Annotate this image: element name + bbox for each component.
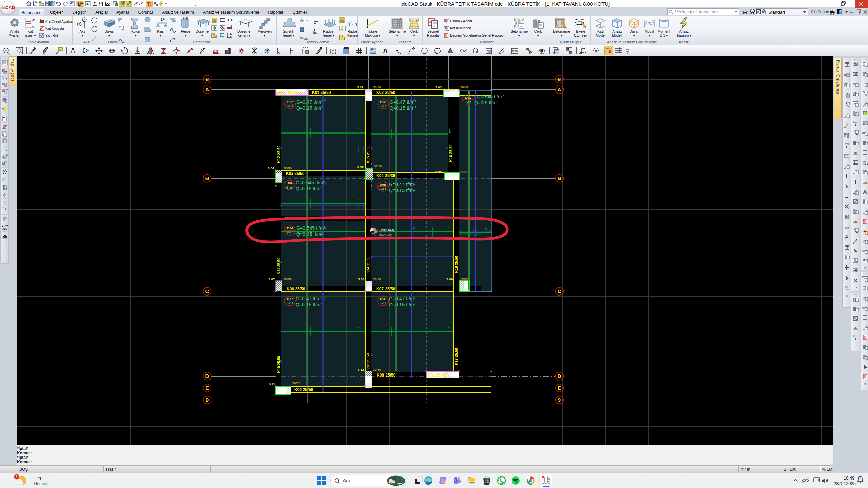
- svg-text:D02: D02: [287, 100, 293, 104]
- svg-text:K07 25/50: K07 25/50: [376, 287, 395, 291]
- svg-text:S 07: S 07: [268, 277, 275, 281]
- svg-text:A: A: [86, 2, 89, 6]
- svg-text:D: D: [205, 373, 209, 379]
- svg-text:A: A: [383, 48, 388, 55]
- svg-text:1: 1: [358, 127, 360, 133]
- svg-text:K08 25/50: K08 25/50: [377, 373, 396, 378]
- svg-text:2: 2: [476, 92, 479, 97]
- svg-text:?: ?: [2, 107, 4, 111]
- svg-text:D03: D03: [380, 100, 386, 104]
- svg-text:K18 25,50: K18 25,50: [454, 256, 458, 273]
- svg-text:D06: D06: [287, 226, 293, 230]
- svg-text:S 06: S 06: [435, 170, 442, 174]
- svg-text:?: ?: [839, 10, 841, 14]
- svg-text:D07: D07: [287, 297, 293, 301]
- svg-text:30/50: 30/50: [461, 277, 469, 281]
- svg-text:S 03: S 03: [435, 85, 442, 89]
- svg-text:E: E: [205, 385, 209, 391]
- svg-text:2: 2: [324, 297, 327, 301]
- svg-text:2: 2: [413, 225, 415, 230]
- svg-text:G=0.545 tf/m²: G=0.545 tf/m²: [474, 94, 504, 99]
- svg-text:D08: D08: [380, 297, 386, 301]
- svg-text:d=12: d=12: [380, 302, 387, 305]
- svg-text:1: 1: [448, 128, 451, 134]
- svg-text:N: N: [163, 17, 165, 21]
- svg-text:K04 25/36: K04 25/36: [376, 173, 395, 178]
- svg-text:K12 25,50: K12 25,50: [277, 146, 281, 163]
- svg-text:AUTO: AUTO: [2, 225, 8, 227]
- svg-text:2: 2: [324, 97, 327, 102]
- svg-text:30/50: 30/50: [283, 166, 292, 170]
- svg-text:2: 2: [324, 183, 327, 187]
- svg-text:1: 1: [79, 23, 80, 26]
- svg-text:S 08: S 08: [358, 277, 364, 281]
- svg-text:m²: m²: [487, 49, 491, 53]
- svg-text:K13 25,50: K13 25,50: [366, 353, 370, 371]
- svg-text:B: B: [205, 175, 209, 181]
- svg-text:Q=0.15 tf/m²: Q=0.15 tf/m²: [389, 302, 416, 307]
- svg-text:K10 25,50: K10 25,50: [277, 356, 281, 373]
- svg-text:B: B: [558, 175, 561, 181]
- svg-text:D01: D01: [465, 96, 471, 99]
- svg-text:G=0.47 tf/m²: G=0.47 tf/m²: [389, 296, 416, 301]
- svg-text:6: 6: [16, 475, 18, 479]
- svg-text:Q=0.15 tf/m²: Q=0.15 tf/m²: [296, 105, 323, 111]
- svg-text:RM(1 KAT): RM(1 KAT): [379, 233, 392, 237]
- svg-text:KM(1 KAT): KM(1 KAT): [381, 229, 394, 232]
- svg-text:D04: D04: [287, 181, 293, 185]
- svg-text:T: T: [455, 478, 457, 481]
- svg-text:P01 150/25: P01 150/25: [428, 373, 449, 378]
- svg-text:S 11: S 11: [269, 382, 275, 386]
- svg-text:S 05: S 05: [357, 165, 364, 168]
- svg-text:S 04: S 04: [267, 166, 274, 170]
- svg-text:Q=0.5 tf/m²: Q=0.5 tf/m²: [474, 100, 498, 105]
- svg-text:1: 1: [485, 227, 487, 232]
- svg-text:d=15: d=15: [287, 231, 293, 235]
- svg-text:S: S: [156, 3, 158, 7]
- svg-text:8: 8: [206, 76, 209, 82]
- svg-text:9: 9: [206, 397, 209, 403]
- svg-text:G=0.47 tf/m²: G=0.47 tf/m²: [389, 182, 416, 187]
- svg-text:G=0.545 tf/m²: G=0.545 tf/m²: [296, 225, 326, 231]
- svg-text:mm²: mm²: [512, 49, 518, 53]
- svg-text:A: A: [558, 87, 561, 93]
- svg-text:S 02: S 02: [357, 85, 363, 89]
- svg-text:1: 1: [448, 326, 450, 331]
- svg-text:K01 25/50: K01 25/50: [312, 90, 331, 95]
- svg-text:2: 2: [324, 225, 327, 230]
- svg-text:30/80: 30/80: [373, 368, 381, 371]
- svg-text:K14 25,50: K14 25,50: [366, 257, 370, 274]
- svg-text:D05: D05: [380, 183, 386, 186]
- svg-text:Q=0.15 tf/m²: Q=0.15 tf/m²: [389, 188, 416, 193]
- svg-text:K02 25/50: K02 25/50: [376, 90, 395, 95]
- svg-text:2: 2: [413, 97, 415, 102]
- svg-text:d=12: d=12: [380, 105, 387, 108]
- svg-text:Q=0.15 tf/m²: Q=0.15 tf/m²: [296, 302, 322, 307]
- svg-text:K09 25/50: K09 25/50: [294, 387, 313, 392]
- svg-text:A: A: [83, 18, 85, 22]
- svg-text:Q=0.15 tf/m²: Q=0.15 tf/m²: [296, 231, 323, 237]
- svg-text:A: A: [205, 87, 209, 93]
- svg-text:35/50: 35/50: [374, 164, 382, 168]
- svg-text:G=0.47 tf/m²: G=0.47 tf/m²: [296, 99, 323, 105]
- svg-text:30/50: 30/50: [283, 277, 292, 281]
- svg-text:G=0.47 tf/m²: G=0.47 tf/m²: [390, 99, 416, 105]
- svg-text:C: C: [205, 288, 209, 294]
- svg-text:2: 2: [413, 183, 415, 187]
- svg-text:2: 2: [413, 297, 415, 301]
- svg-text:?: ?: [502, 50, 504, 54]
- svg-text:d=12: d=12: [379, 188, 386, 191]
- svg-text:d=15: d=15: [286, 186, 293, 189]
- svg-text:S 12: S 12: [357, 368, 364, 371]
- svg-text:G=0.545 tf/m²: G=0.545 tf/m²: [296, 180, 325, 185]
- svg-text:Q=0.15 tf/m²: Q=0.15 tf/m²: [390, 105, 416, 111]
- svg-text:K15 25,50: K15 25,50: [366, 146, 370, 163]
- svg-text:S 09: S 09: [446, 277, 453, 281]
- svg-text:30/50: 30/50: [373, 277, 381, 281]
- svg-text:C: C: [558, 288, 561, 294]
- svg-text:30/50: 30/50: [373, 85, 381, 89]
- svg-text:z: z: [860, 477, 862, 479]
- svg-text:d=15: d=15: [465, 101, 471, 104]
- svg-text:G=0.47 tf/m²: G=0.47 tf/m²: [296, 296, 322, 301]
- svg-text:1: 1: [358, 198, 360, 203]
